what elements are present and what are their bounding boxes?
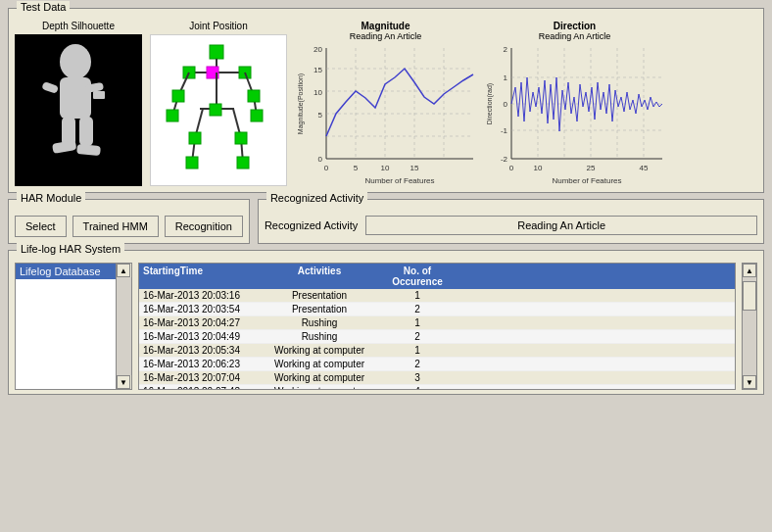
scroll-down-arrow[interactable]: ▼ — [117, 375, 130, 389]
joint-position-title: Joint Position — [189, 21, 247, 31]
svg-text:0: 0 — [509, 164, 514, 172]
svg-rect-18 — [172, 90, 184, 102]
depth-silhouette-panel: Depth Silhouette — [15, 21, 142, 186]
svg-text:Direction(rad): Direction(rad) — [486, 83, 494, 124]
row-count: 1 — [388, 317, 447, 328]
recognized-activity-group: Recognized Activity Recognized Activity … — [258, 199, 764, 244]
table-row: 16-Mar-2013 20:06:23Working at computer2 — [139, 358, 735, 371]
row-count: 4 — [388, 386, 447, 389]
svg-rect-23 — [251, 110, 263, 121]
svg-text:15: 15 — [314, 66, 322, 74]
svg-text:1: 1 — [504, 73, 508, 82]
svg-text:Magnitude(Position): Magnitude(Position) — [297, 73, 305, 134]
svg-rect-28 — [189, 132, 201, 144]
row-activity: Presentation — [251, 304, 388, 314]
recognized-activity-label: Recognized Activity — [265, 219, 358, 231]
joint-position-image — [150, 34, 287, 186]
select-button[interactable]: Select — [15, 216, 67, 237]
svg-text:5: 5 — [318, 111, 323, 120]
row-time: 16-Mar-2013 20:04:27 — [143, 317, 251, 328]
svg-text:2: 2 — [504, 45, 508, 54]
svg-text:10: 10 — [381, 164, 390, 172]
svg-rect-19 — [167, 110, 178, 121]
svg-rect-33 — [237, 157, 249, 169]
svg-text:10: 10 — [314, 88, 322, 97]
joint-position-panel: Joint Position — [150, 21, 287, 186]
svg-rect-6 — [79, 117, 93, 146]
row-activity: Working at computer — [251, 372, 388, 383]
svg-text:15: 15 — [410, 164, 419, 172]
svg-rect-2 — [41, 81, 59, 94]
recognition-button[interactable]: Recognition — [165, 216, 243, 237]
lifelog-table-body: 16-Mar-2013 20:03:16Presentation116-Mar-… — [139, 289, 735, 389]
header-count: No. of Occurence — [388, 266, 447, 287]
table-scroll-up[interactable]: ▲ — [743, 264, 756, 277]
row-count: 3 — [388, 372, 447, 383]
test-data-group: Test Data Depth Silhouette — [8, 8, 764, 193]
row-activity: Rushing — [251, 331, 388, 342]
har-module-label: HAR Module — [17, 192, 85, 204]
svg-rect-22 — [248, 90, 260, 102]
table-scroll-down[interactable]: ▼ — [743, 375, 756, 389]
svg-rect-8 — [76, 144, 101, 156]
svg-text:0: 0 — [504, 100, 508, 109]
header-activity: Activities — [251, 266, 388, 287]
trained-hmm-button[interactable]: Trained HMM — [72, 216, 159, 237]
direction-title: Direction — [554, 21, 596, 31]
row-count: 2 — [388, 331, 447, 342]
depth-silhouette-title: Depth Silhouette — [42, 21, 115, 31]
recognized-activity-value: Reading An Article — [365, 216, 757, 235]
svg-rect-4 — [93, 91, 105, 99]
row-time: 16-Mar-2013 20:04:49 — [143, 331, 251, 342]
row-activity: Working at computer — [251, 386, 388, 389]
row-activity: Working at computer — [251, 359, 388, 369]
depth-silhouette-image — [15, 34, 142, 186]
svg-text:-2: -2 — [501, 155, 508, 164]
table-row: 16-Mar-2013 20:07:43Working at computer4 — [139, 385, 735, 389]
magnitude-subtitle: Reading An Article — [350, 31, 422, 41]
svg-text:0: 0 — [324, 164, 329, 172]
svg-point-0 — [60, 44, 91, 79]
magnitude-chart: Magnitude Reading An Article 2 — [295, 21, 476, 185]
direction-chart: Direction Reading An Article — [484, 21, 665, 185]
svg-text:Number of Features: Number of Features — [552, 176, 621, 185]
row-activity: Working at computer — [251, 345, 388, 356]
lifelog-har-label: Life-log HAR System — [17, 243, 124, 255]
svg-rect-32 — [235, 132, 247, 144]
svg-rect-9 — [210, 45, 223, 59]
row-time: 16-Mar-2013 20:07:43 — [143, 386, 251, 389]
recognized-activity-group-label: Recognized Activity — [266, 192, 367, 204]
row-activity: Rushing — [251, 317, 388, 328]
svg-text:25: 25 — [587, 164, 596, 172]
svg-text:Number of Features: Number of Features — [364, 176, 434, 185]
row-time: 16-Mar-2013 20:07:04 — [143, 372, 251, 383]
table-row: 16-Mar-2013 20:04:27Rushing1 — [139, 316, 735, 330]
magnitude-title: Magnitude — [362, 21, 410, 31]
lifelog-har-group: Life-log HAR System Lifelog Database ▲ ▼ — [8, 250, 764, 395]
svg-text:20: 20 — [314, 45, 322, 54]
row-count: 1 — [388, 345, 447, 356]
magnitude-svg: 20 15 10 5 0 0 5 10 15 Number of Feature… — [295, 43, 476, 185]
row-count: 2 — [388, 304, 447, 314]
table-row: 16-Mar-2013 20:07:04Working at computer3 — [139, 371, 735, 385]
direction-subtitle: Reading An Article — [539, 31, 611, 41]
table-row: 16-Mar-2013 20:04:49Rushing2 — [139, 330, 735, 344]
har-module-group: HAR Module Select Trained HMM Recognitio… — [8, 199, 250, 244]
scroll-up-arrow[interactable]: ▲ — [117, 264, 130, 277]
svg-text:-1: -1 — [501, 126, 508, 135]
table-row: 16-Mar-2013 20:03:16Presentation1 — [139, 289, 735, 303]
svg-text:5: 5 — [354, 164, 359, 172]
table-row: 16-Mar-2013 20:03:54Presentation2 — [139, 303, 735, 316]
row-count: 1 — [388, 290, 447, 301]
svg-text:0: 0 — [318, 155, 323, 164]
lifelog-database-item[interactable]: Lifelog Database — [16, 264, 116, 279]
test-data-label: Test Data — [17, 1, 70, 13]
row-time: 16-Mar-2013 20:03:16 — [143, 290, 251, 301]
svg-rect-29 — [186, 157, 198, 169]
lifelog-table-header: StartingTime Activities No. of Occurence — [139, 264, 735, 289]
row-time: 16-Mar-2013 20:03:54 — [143, 304, 251, 314]
direction-svg: 2 1 0 -1 -2 0 10 25 45 Number of Feature… — [484, 43, 665, 185]
svg-text:10: 10 — [534, 164, 543, 172]
row-count: 2 — [388, 359, 447, 369]
row-time: 16-Mar-2013 20:06:23 — [143, 359, 251, 369]
